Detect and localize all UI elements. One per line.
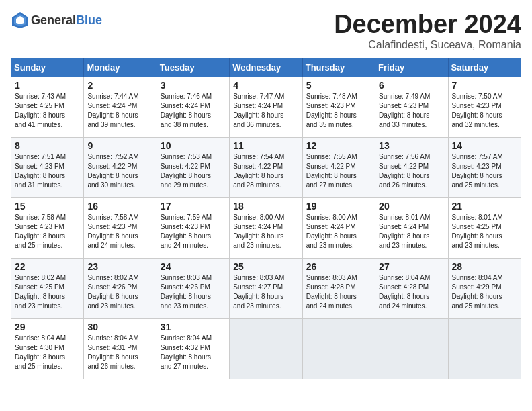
calendar-table: SundayMondayTuesdayWednesdayThursdayFrid… bbox=[11, 58, 521, 379]
calendar-cell: 20Sunrise: 8:01 AM Sunset: 4:24 PM Dayli… bbox=[375, 197, 448, 258]
day-info: Sunrise: 7:43 AM Sunset: 4:25 PM Dayligh… bbox=[15, 92, 80, 130]
day-number: 26 bbox=[306, 261, 371, 272]
weekday-header: Friday bbox=[375, 58, 448, 77]
calendar-cell: 27Sunrise: 8:04 AM Sunset: 4:28 PM Dayli… bbox=[375, 258, 448, 318]
calendar-cell: 25Sunrise: 8:03 AM Sunset: 4:27 PM Dayli… bbox=[230, 258, 302, 318]
logo-text: GeneralBlue bbox=[31, 13, 102, 28]
day-number: 23 bbox=[87, 261, 152, 272]
day-number: 25 bbox=[233, 261, 298, 272]
weekday-header: Monday bbox=[84, 58, 157, 77]
calendar-cell: 17Sunrise: 7:59 AM Sunset: 4:23 PM Dayli… bbox=[157, 197, 229, 258]
day-number: 17 bbox=[161, 201, 226, 212]
calendar-cell: 31Sunrise: 8:04 AM Sunset: 4:32 PM Dayli… bbox=[157, 318, 229, 379]
month-title: December 2024 bbox=[334, 11, 521, 39]
day-info: Sunrise: 7:58 AM Sunset: 4:23 PM Dayligh… bbox=[15, 213, 80, 250]
weekday-header: Wednesday bbox=[230, 58, 302, 77]
day-info: Sunrise: 7:53 AM Sunset: 4:22 PM Dayligh… bbox=[161, 152, 226, 190]
calendar-cell: 5Sunrise: 7:48 AM Sunset: 4:23 PM Daylig… bbox=[302, 77, 375, 137]
day-number: 31 bbox=[161, 322, 226, 332]
weekday-header: Thursday bbox=[302, 58, 375, 77]
logo: GeneralBlue bbox=[11, 11, 102, 30]
day-number: 27 bbox=[379, 261, 444, 272]
calendar-cell: 8Sunrise: 7:51 AM Sunset: 4:23 PM Daylig… bbox=[11, 137, 84, 197]
day-info: Sunrise: 8:01 AM Sunset: 4:24 PM Dayligh… bbox=[379, 213, 444, 250]
day-info: Sunrise: 8:02 AM Sunset: 4:26 PM Dayligh… bbox=[87, 273, 152, 311]
day-number: 2 bbox=[87, 80, 152, 91]
day-number: 5 bbox=[306, 80, 371, 91]
weekday-header: Saturday bbox=[448, 58, 521, 77]
calendar-cell: 29Sunrise: 8:04 AM Sunset: 4:30 PM Dayli… bbox=[11, 318, 84, 379]
day-number: 9 bbox=[87, 140, 152, 151]
day-number: 29 bbox=[15, 322, 80, 332]
day-info: Sunrise: 7:59 AM Sunset: 4:23 PM Dayligh… bbox=[161, 213, 226, 250]
day-number: 10 bbox=[161, 140, 226, 151]
calendar-cell: 12Sunrise: 7:55 AM Sunset: 4:22 PM Dayli… bbox=[302, 137, 375, 197]
day-number: 4 bbox=[233, 80, 298, 91]
day-info: Sunrise: 7:51 AM Sunset: 4:23 PM Dayligh… bbox=[15, 152, 80, 190]
calendar-cell: 28Sunrise: 8:04 AM Sunset: 4:29 PM Dayli… bbox=[448, 258, 521, 318]
calendar-week-row: 8Sunrise: 7:51 AM Sunset: 4:23 PM Daylig… bbox=[11, 137, 521, 197]
day-info: Sunrise: 8:00 AM Sunset: 4:24 PM Dayligh… bbox=[306, 213, 371, 250]
day-number: 14 bbox=[452, 140, 517, 151]
calendar-week-row: 29Sunrise: 8:04 AM Sunset: 4:30 PM Dayli… bbox=[11, 318, 521, 379]
day-number: 28 bbox=[452, 261, 517, 272]
day-info: Sunrise: 8:04 AM Sunset: 4:29 PM Dayligh… bbox=[452, 273, 517, 311]
calendar-cell bbox=[302, 318, 375, 379]
day-info: Sunrise: 7:57 AM Sunset: 4:23 PM Dayligh… bbox=[452, 152, 517, 190]
day-info: Sunrise: 7:49 AM Sunset: 4:23 PM Dayligh… bbox=[379, 92, 444, 130]
day-info: Sunrise: 8:03 AM Sunset: 4:26 PM Dayligh… bbox=[161, 273, 226, 311]
calendar-cell: 3Sunrise: 7:46 AM Sunset: 4:24 PM Daylig… bbox=[157, 77, 229, 137]
day-info: Sunrise: 8:01 AM Sunset: 4:25 PM Dayligh… bbox=[452, 213, 517, 250]
day-info: Sunrise: 7:56 AM Sunset: 4:22 PM Dayligh… bbox=[379, 152, 444, 190]
day-info: Sunrise: 7:55 AM Sunset: 4:22 PM Dayligh… bbox=[306, 152, 371, 190]
location-title: Calafindesti, Suceava, Romania bbox=[334, 39, 521, 51]
calendar-cell: 4Sunrise: 7:47 AM Sunset: 4:24 PM Daylig… bbox=[230, 77, 302, 137]
day-info: Sunrise: 7:48 AM Sunset: 4:23 PM Dayligh… bbox=[306, 92, 371, 130]
day-info: Sunrise: 7:58 AM Sunset: 4:23 PM Dayligh… bbox=[87, 213, 152, 250]
calendar-week-row: 1Sunrise: 7:43 AM Sunset: 4:25 PM Daylig… bbox=[11, 77, 521, 137]
calendar-cell: 11Sunrise: 7:54 AM Sunset: 4:22 PM Dayli… bbox=[230, 137, 302, 197]
weekday-header: Sunday bbox=[11, 58, 84, 77]
day-number: 11 bbox=[233, 140, 298, 151]
calendar-cell bbox=[448, 318, 521, 379]
weekday-header-row: SundayMondayTuesdayWednesdayThursdayFrid… bbox=[11, 58, 521, 77]
day-info: Sunrise: 7:47 AM Sunset: 4:24 PM Dayligh… bbox=[233, 92, 298, 130]
calendar-cell: 22Sunrise: 8:02 AM Sunset: 4:25 PM Dayli… bbox=[11, 258, 84, 318]
day-number: 15 bbox=[15, 201, 80, 212]
title-area: December 2024 Calafindesti, Suceava, Rom… bbox=[334, 11, 521, 51]
day-info: Sunrise: 7:44 AM Sunset: 4:24 PM Dayligh… bbox=[87, 92, 152, 130]
day-number: 30 bbox=[87, 322, 152, 332]
calendar-cell: 7Sunrise: 7:50 AM Sunset: 4:23 PM Daylig… bbox=[448, 77, 521, 137]
day-info: Sunrise: 7:52 AM Sunset: 4:22 PM Dayligh… bbox=[87, 152, 152, 190]
calendar-cell: 6Sunrise: 7:49 AM Sunset: 4:23 PM Daylig… bbox=[375, 77, 448, 137]
day-info: Sunrise: 8:00 AM Sunset: 4:24 PM Dayligh… bbox=[233, 213, 298, 250]
day-number: 24 bbox=[161, 261, 226, 272]
day-number: 8 bbox=[15, 140, 80, 151]
calendar-cell: 13Sunrise: 7:56 AM Sunset: 4:22 PM Dayli… bbox=[375, 137, 448, 197]
day-number: 18 bbox=[233, 201, 298, 212]
calendar-cell: 19Sunrise: 8:00 AM Sunset: 4:24 PM Dayli… bbox=[302, 197, 375, 258]
calendar-week-row: 15Sunrise: 7:58 AM Sunset: 4:23 PM Dayli… bbox=[11, 197, 521, 258]
day-number: 22 bbox=[15, 261, 80, 272]
day-info: Sunrise: 8:04 AM Sunset: 4:28 PM Dayligh… bbox=[379, 273, 444, 311]
calendar-cell bbox=[230, 318, 302, 379]
calendar-cell: 15Sunrise: 7:58 AM Sunset: 4:23 PM Dayli… bbox=[11, 197, 84, 258]
calendar-cell: 18Sunrise: 8:00 AM Sunset: 4:24 PM Dayli… bbox=[230, 197, 302, 258]
calendar-cell: 16Sunrise: 7:58 AM Sunset: 4:23 PM Dayli… bbox=[84, 197, 157, 258]
calendar-cell: 2Sunrise: 7:44 AM Sunset: 4:24 PM Daylig… bbox=[84, 77, 157, 137]
calendar-cell: 24Sunrise: 8:03 AM Sunset: 4:26 PM Dayli… bbox=[157, 258, 229, 318]
day-info: Sunrise: 8:04 AM Sunset: 4:31 PM Dayligh… bbox=[87, 334, 152, 371]
day-info: Sunrise: 8:04 AM Sunset: 4:32 PM Dayligh… bbox=[161, 334, 226, 371]
day-info: Sunrise: 7:46 AM Sunset: 4:24 PM Dayligh… bbox=[161, 92, 226, 130]
calendar-cell bbox=[375, 318, 448, 379]
calendar-cell: 14Sunrise: 7:57 AM Sunset: 4:23 PM Dayli… bbox=[448, 137, 521, 197]
page-header: GeneralBlue December 2024 Calafindesti, … bbox=[11, 11, 521, 51]
calendar-cell: 30Sunrise: 8:04 AM Sunset: 4:31 PM Dayli… bbox=[84, 318, 157, 379]
day-info: Sunrise: 8:03 AM Sunset: 4:27 PM Dayligh… bbox=[233, 273, 298, 311]
calendar-cell: 9Sunrise: 7:52 AM Sunset: 4:22 PM Daylig… bbox=[84, 137, 157, 197]
day-number: 3 bbox=[161, 80, 226, 91]
day-info: Sunrise: 8:03 AM Sunset: 4:28 PM Dayligh… bbox=[306, 273, 371, 311]
day-info: Sunrise: 8:04 AM Sunset: 4:30 PM Dayligh… bbox=[15, 334, 80, 371]
calendar-week-row: 22Sunrise: 8:02 AM Sunset: 4:25 PM Dayli… bbox=[11, 258, 521, 318]
logo-icon bbox=[11, 11, 30, 30]
